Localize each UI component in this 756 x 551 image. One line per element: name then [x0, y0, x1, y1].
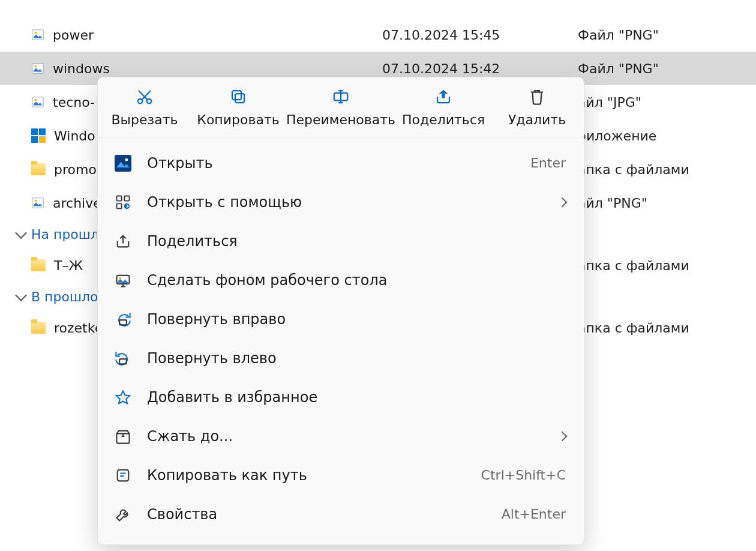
menu-label: Поделиться [147, 233, 566, 250]
menu-open[interactable]: Открыть Enter [98, 143, 584, 182]
open-with-icon [113, 193, 133, 212]
rotate-left-icon [113, 349, 133, 368]
rotate-right-icon [113, 310, 133, 329]
group-label: В прошло [31, 289, 98, 304]
menu-properties[interactable]: Свойства Alt+Enter [98, 495, 584, 534]
chevron-right-icon [557, 197, 568, 207]
chevron-down-icon [15, 289, 27, 301]
copy-label: Копировать [197, 112, 279, 127]
menu-copy-path[interactable]: Копировать как путь Ctrl+Shift+C [98, 456, 584, 495]
file-name: promo [54, 162, 97, 177]
copy-button[interactable]: Копировать [191, 85, 285, 132]
share-icon [113, 232, 133, 251]
file-type: Файл "PNG" [578, 61, 659, 76]
group-label: На прошл [31, 227, 99, 242]
menu-share[interactable]: Поделиться [98, 221, 584, 260]
file-type: апка с файлами [578, 162, 689, 177]
file-list: power 07.10.2024 15:45 Файл "PNG" window… [0, 0, 756, 345]
image-file-icon [31, 62, 44, 75]
svg-rect-15 [117, 196, 122, 200]
svg-point-8 [138, 99, 143, 104]
share-icon [434, 87, 453, 106]
menu-add-favorite[interactable]: Добавить в избранное [98, 378, 584, 417]
wrench-icon [113, 505, 133, 524]
menu-accel: Enter [530, 155, 566, 170]
chevron-down-icon [15, 227, 27, 239]
star-icon [113, 388, 133, 407]
folder-icon [31, 163, 46, 175]
menu-label: Сжать до... [147, 428, 544, 445]
menu-label: Добавить в избранное [147, 389, 566, 406]
rename-button[interactable]: Переименовать [285, 85, 397, 132]
folder-icon [31, 259, 46, 271]
svg-rect-0 [32, 30, 43, 40]
svg-rect-2 [32, 64, 43, 74]
svg-point-5 [35, 99, 37, 101]
zip-icon [113, 427, 133, 446]
file-type: айл "PNG" [578, 196, 647, 211]
context-menu: Вырезать Копировать Переименовать Подели… [97, 77, 584, 545]
menu-label: Повернуть влево [147, 350, 566, 367]
menu-label: Сделать фоном рабочего стола [147, 272, 566, 289]
menu-label: Открыть [147, 155, 516, 172]
file-type: Файл "PNG" [578, 28, 659, 43]
svg-point-7 [35, 200, 37, 202]
image-file-icon [31, 95, 44, 109]
svg-rect-6 [32, 198, 43, 208]
context-menu-toolbar: Вырезать Копировать Переименовать Подели… [98, 77, 584, 137]
cut-button[interactable]: Вырезать [98, 85, 191, 132]
file-name: rozetke [54, 321, 103, 336]
menu-label: Повернуть вправо [147, 311, 566, 328]
menu-label: Свойства [147, 506, 487, 523]
share-button[interactable]: Поделиться [397, 85, 490, 132]
file-type: айл "JPG" [578, 95, 641, 110]
svg-point-3 [35, 65, 37, 68]
menu-open-with[interactable]: Открыть с помощью [98, 182, 584, 221]
context-menu-list: Открыть Enter Открыть с помощью Поделить… [98, 137, 584, 544]
file-name: power [53, 28, 94, 43]
photos-app-icon [113, 154, 133, 173]
rename-icon [331, 87, 350, 106]
file-row[interactable]: power 07.10.2024 15:45 Файл "PNG" [0, 18, 756, 52]
windows-logo-icon [31, 128, 46, 143]
file-name: Т–Ж [54, 258, 83, 273]
share-label: Поделиться [402, 112, 485, 127]
file-date: 07.10.2024 15:45 [382, 28, 578, 43]
menu-rotate-left[interactable]: Повернуть влево [98, 339, 584, 378]
image-file-icon [31, 196, 44, 209]
file-type: апка с файлами [578, 321, 689, 336]
copy-icon [229, 87, 248, 106]
scissors-icon [135, 87, 154, 106]
delete-button[interactable]: Удалить [490, 85, 584, 132]
svg-point-1 [35, 32, 37, 34]
svg-rect-17 [117, 203, 122, 208]
file-name: archive [53, 196, 101, 211]
trash-icon [527, 87, 547, 106]
svg-point-20 [119, 277, 122, 279]
delete-label: Удалить [508, 112, 566, 127]
file-name: Windo [54, 128, 95, 143]
svg-rect-11 [232, 91, 241, 100]
svg-point-9 [147, 99, 152, 104]
file-date: 07.10.2024 15:42 [382, 61, 578, 76]
svg-rect-4 [32, 97, 43, 107]
file-name: tecno- [53, 95, 95, 110]
svg-rect-10 [235, 94, 244, 103]
svg-rect-16 [124, 196, 129, 200]
rename-label: Переименовать [286, 112, 395, 127]
image-file-icon [31, 28, 44, 41]
menu-accel: Ctrl+Shift+C [481, 468, 566, 483]
menu-rotate-right[interactable]: Повернуть вправо [98, 300, 584, 339]
svg-rect-23 [118, 469, 129, 481]
menu-set-background[interactable]: Сделать фоном рабочего стола [98, 260, 584, 300]
file-name: windows [53, 61, 110, 76]
svg-point-14 [125, 158, 128, 161]
menu-compress[interactable]: Сжать до... [98, 417, 584, 456]
menu-accel: Alt+Enter [502, 507, 566, 522]
desktop-background-icon [113, 271, 133, 290]
file-type: апка с файлами [578, 258, 689, 273]
copy-path-icon [113, 466, 133, 485]
svg-rect-13 [115, 155, 131, 172]
cut-label: Вырезать [112, 112, 178, 127]
chevron-right-icon [557, 431, 568, 441]
